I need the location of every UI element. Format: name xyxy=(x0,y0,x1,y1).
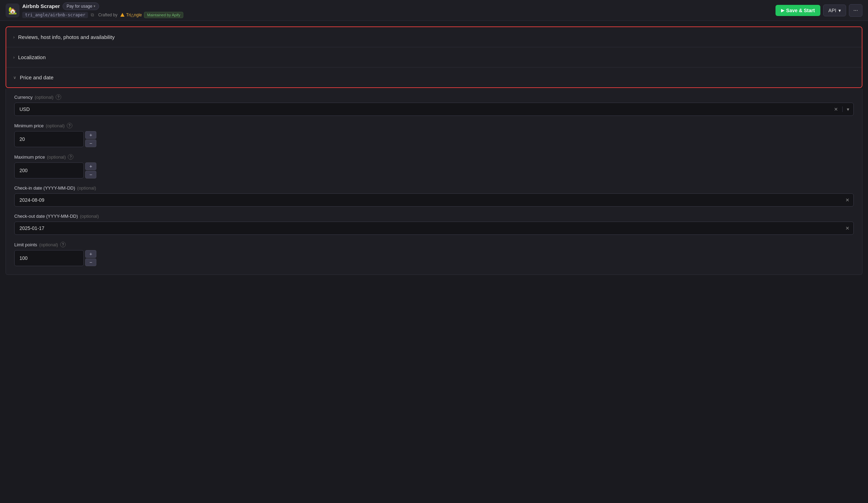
actor-logo-emoji: 🏡 xyxy=(8,6,17,15)
checkout-clear-button[interactable]: ✕ xyxy=(845,225,850,231)
max-price-input[interactable] xyxy=(14,162,84,178)
localization-section-header[interactable]: › Localization xyxy=(6,47,862,67)
reviews-chevron: › xyxy=(13,35,15,40)
max-price-decrement-button[interactable]: − xyxy=(85,171,96,178)
checkin-optional-text: (optional) xyxy=(77,185,96,191)
copy-slug-button[interactable]: ⧉ xyxy=(90,11,95,18)
max-price-label: Maximum price (optional) ? xyxy=(14,154,854,160)
api-chevron: ▾ xyxy=(838,8,841,13)
api-button[interactable]: API ▾ xyxy=(823,5,846,16)
main-content: › Reviews, host info, photos and availab… xyxy=(0,21,868,280)
checkin-input-wrapper: ✕ xyxy=(14,193,854,207)
max-price-increment-button[interactable]: + xyxy=(85,162,96,170)
limit-points-label: Limit points (optional) ? xyxy=(14,242,854,247)
price-date-section-header[interactable]: ∨ Price and date xyxy=(6,67,862,87)
currency-value: USD xyxy=(15,103,830,115)
currency-label-text: Currency xyxy=(14,95,33,100)
min-price-input[interactable] xyxy=(14,131,84,147)
header-bottom-row: tri_angle/airbnb-scraper ⧉ Crafted by Tr… xyxy=(22,11,183,18)
min-price-label: Minimum price (optional) ? xyxy=(14,123,854,128)
price-date-section: ∨ Price and date xyxy=(6,67,862,87)
min-price-optional-text: (optional) xyxy=(46,123,65,128)
header-right: ▶ Save & Start API ▾ ··· xyxy=(775,4,862,17)
limit-points-stepper: + − xyxy=(14,250,854,266)
more-options-button[interactable]: ··· xyxy=(849,4,862,17)
currency-field-group: Currency (optional) ? USD ✕ ▾ xyxy=(14,94,854,116)
api-label: API xyxy=(828,8,836,13)
max-price-label-text: Maximum price xyxy=(14,154,45,160)
checkin-input[interactable] xyxy=(14,193,854,207)
min-price-help-icon[interactable]: ? xyxy=(67,123,72,128)
more-icon: ··· xyxy=(853,7,858,14)
header-left: 🏡 Airbnb Scraper Pay for usage ▾ tri_ang… xyxy=(6,2,771,18)
checkin-field-group: Check-in date (YYYY-MM-DD) (optional) ✕ xyxy=(14,185,854,207)
price-date-chevron: ∨ xyxy=(13,75,16,80)
author-name: Tri△ngle xyxy=(126,13,142,17)
play-icon: ▶ xyxy=(781,8,784,13)
max-price-stepper-buttons: + − xyxy=(85,162,96,178)
save-start-label: Save & Start xyxy=(786,8,815,13)
limit-points-decrement-button[interactable]: − xyxy=(85,258,96,266)
limit-points-field-group: Limit points (optional) ? + − xyxy=(14,242,854,266)
limit-points-stepper-buttons: + − xyxy=(85,250,96,266)
checkout-label: Check-out date (YYYY-MM-DD) (optional) xyxy=(14,214,854,219)
checkout-input[interactable] xyxy=(14,222,854,235)
localization-label: Localization xyxy=(18,54,46,60)
checkout-optional-text: (optional) xyxy=(80,214,99,219)
actor-name: Airbnb Scraper xyxy=(22,3,60,9)
checkin-clear-button[interactable]: ✕ xyxy=(845,197,850,203)
limit-points-optional-text: (optional) xyxy=(39,242,58,247)
max-price-optional-text: (optional) xyxy=(47,154,66,160)
min-price-stepper: + − xyxy=(14,131,854,147)
max-price-field-group: Maximum price (optional) ? + − xyxy=(14,154,854,178)
pay-for-usage-chevron: ▾ xyxy=(94,4,95,8)
limit-points-increment-button[interactable]: + xyxy=(85,250,96,258)
author-link[interactable]: Tri△ngle xyxy=(120,12,142,18)
min-price-stepper-buttons: + − xyxy=(85,131,96,147)
save-start-button[interactable]: ▶ Save & Start xyxy=(775,5,820,16)
max-price-help-icon[interactable]: ? xyxy=(68,154,73,160)
actor-logo: 🏡 xyxy=(6,3,19,17)
triangle-icon xyxy=(120,12,125,18)
price-date-content: Currency (optional) ? USD ✕ ▾ Minimum pr… xyxy=(6,89,862,275)
min-price-decrement-button[interactable]: − xyxy=(85,139,96,147)
reviews-label: Reviews, host info, photos and availabil… xyxy=(18,34,115,40)
pay-for-usage-button[interactable]: Pay for usage ▾ xyxy=(63,2,99,10)
svg-marker-0 xyxy=(120,13,124,17)
pay-for-usage-label: Pay for usage xyxy=(66,4,92,9)
max-price-stepper: + − xyxy=(14,162,854,178)
limit-points-label-text: Limit points xyxy=(14,242,37,247)
min-price-increment-button[interactable]: + xyxy=(85,131,96,139)
crafted-by-label: Crafted by xyxy=(98,13,117,17)
reviews-section: › Reviews, host info, photos and availab… xyxy=(6,27,862,47)
actor-slug: tri_angle/airbnb-scraper xyxy=(22,12,88,18)
checkout-input-wrapper: ✕ xyxy=(14,222,854,235)
currency-optional-text: (optional) xyxy=(35,95,54,100)
header-title-area: Airbnb Scraper Pay for usage ▾ tri_angle… xyxy=(22,2,183,18)
maintained-badge: Maintained by Apify xyxy=(144,12,183,18)
currency-select[interactable]: USD ✕ ▾ xyxy=(14,103,854,116)
localization-section: › Localization xyxy=(6,47,862,67)
checkout-label-text: Check-out date (YYYY-MM-DD) xyxy=(14,214,78,219)
checkin-label-text: Check-in date (YYYY-MM-DD) xyxy=(14,185,75,191)
currency-clear-button[interactable]: ✕ xyxy=(830,106,843,112)
localization-chevron: › xyxy=(13,55,15,60)
currency-dropdown-button[interactable]: ▾ xyxy=(843,106,853,112)
app-header: 🏡 Airbnb Scraper Pay for usage ▾ tri_ang… xyxy=(0,0,868,21)
currency-label: Currency (optional) ? xyxy=(14,94,854,100)
checkin-label: Check-in date (YYYY-MM-DD) (optional) xyxy=(14,185,854,191)
limit-points-input[interactable] xyxy=(14,250,84,266)
min-price-field-group: Minimum price (optional) ? + − xyxy=(14,123,854,147)
header-top-row: Airbnb Scraper Pay for usage ▾ xyxy=(22,2,183,10)
currency-help-icon[interactable]: ? xyxy=(56,94,61,100)
min-price-label-text: Minimum price xyxy=(14,123,44,128)
reviews-section-header[interactable]: › Reviews, host info, photos and availab… xyxy=(6,27,862,47)
limit-points-help-icon[interactable]: ? xyxy=(60,242,66,247)
price-date-label: Price and date xyxy=(20,74,54,80)
checkout-field-group: Check-out date (YYYY-MM-DD) (optional) ✕ xyxy=(14,214,854,235)
highlighted-sections-group: › Reviews, host info, photos and availab… xyxy=(6,26,862,88)
